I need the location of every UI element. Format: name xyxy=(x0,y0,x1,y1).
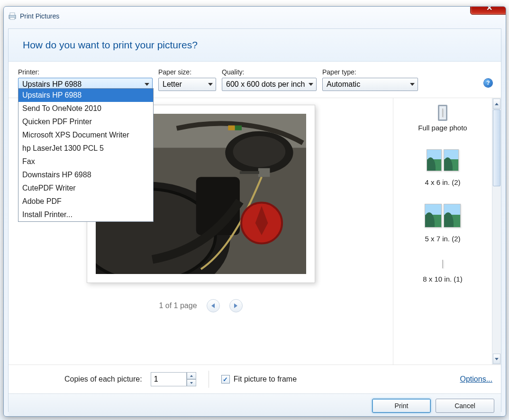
arrow-up-icon xyxy=(190,375,193,377)
scroll-down-button[interactable] xyxy=(493,354,500,364)
prev-page-button[interactable] xyxy=(207,299,220,312)
printer-option[interactable]: Adobe PDF xyxy=(18,195,153,208)
layout-panel: Full page photo 4 x 6 in. (2) 5 x 7 in. … xyxy=(393,98,492,365)
layout-label: 5 x 7 in. (2) xyxy=(395,235,490,243)
chevron-down-icon xyxy=(410,83,415,86)
layout-thumbnail-icon xyxy=(425,204,442,228)
scroll-thumb[interactable] xyxy=(493,110,500,186)
copies-spinner xyxy=(151,372,196,386)
chevron-down-icon xyxy=(309,83,313,86)
title-bar[interactable]: Print Pictures xyxy=(4,7,506,26)
arrow-right-icon xyxy=(234,303,237,308)
printer-option[interactable]: Downstairs HP 6988 xyxy=(18,168,153,182)
svg-rect-11 xyxy=(228,126,235,130)
layout-label: Full page photo xyxy=(395,124,490,132)
print-button-label: Print xyxy=(395,402,409,410)
printer-option[interactable]: CutePDF Writer xyxy=(18,182,153,195)
layout-thumbnail-icon xyxy=(427,149,442,171)
pager: 1 of 1 page xyxy=(159,299,242,312)
cancel-button-label: Cancel xyxy=(454,402,475,410)
print-button[interactable]: Print xyxy=(372,399,431,413)
window-title: Print Pictures xyxy=(20,12,59,20)
cancel-button[interactable]: Cancel xyxy=(436,399,494,413)
svg-rect-2 xyxy=(10,18,15,19)
bottom-bar: Copies of each picture: ✓ Fit picture to… xyxy=(9,365,501,393)
scroll-up-button[interactable] xyxy=(493,99,500,109)
svg-rect-1 xyxy=(10,13,15,15)
arrow-down-icon xyxy=(190,382,193,384)
layout-thumbnail-icon xyxy=(444,149,459,171)
svg-point-10 xyxy=(233,136,285,167)
controls-row: Printer: Upstairs HP 6988 Paper size: Le… xyxy=(9,62,501,98)
fit-label: Fit picture to frame xyxy=(234,375,297,383)
fit-checkbox[interactable]: ✓ xyxy=(221,375,230,383)
paper-type-combo[interactable]: Automatic xyxy=(322,78,418,91)
copies-increment-button[interactable] xyxy=(187,372,196,379)
chevron-down-icon xyxy=(145,83,149,86)
quality-combo[interactable]: 600 x 600 dots per inch xyxy=(222,78,317,91)
quality-label: Quality: xyxy=(222,68,317,76)
layout-full-page[interactable]: Full page photo xyxy=(395,105,490,132)
help-icon[interactable]: ? xyxy=(484,79,492,87)
svg-rect-15 xyxy=(258,168,270,177)
paper-type-label: Paper type: xyxy=(322,68,418,76)
layout-4x6[interactable]: 4 x 6 in. (2) xyxy=(395,145,490,186)
paper-size-combo[interactable]: Letter xyxy=(158,78,216,91)
layout-5x7[interactable]: 5 x 7 in. (2) xyxy=(395,200,490,243)
copies-label: Copies of each picture: xyxy=(64,375,142,383)
paper-size-value: Letter xyxy=(163,80,182,89)
printer-label: Printer: xyxy=(18,68,153,76)
printer-option[interactable]: Send To OneNote 2010 xyxy=(18,102,153,115)
printer-icon xyxy=(8,11,17,21)
printer-option[interactable]: Install Printer... xyxy=(18,208,153,221)
client-area: How do you want to print your pictures? … xyxy=(8,28,501,412)
arrow-up-icon xyxy=(495,103,499,105)
layout-thumbnail-icon xyxy=(444,204,461,228)
separator xyxy=(209,371,209,388)
printer-option[interactable]: hp LaserJet 1300 PCL 5 xyxy=(18,142,153,155)
page-heading: How do you want to print your pictures? xyxy=(23,39,487,51)
chevron-down-icon xyxy=(208,83,213,86)
layout-thumbnail-icon xyxy=(442,109,443,117)
pager-text: 1 of 1 page xyxy=(159,301,197,310)
printer-option[interactable]: Microsoft XPS Document Writer xyxy=(18,128,153,142)
arrow-down-icon xyxy=(495,358,499,360)
copies-input[interactable] xyxy=(151,372,187,386)
svg-rect-12 xyxy=(235,126,241,130)
layout-label: 4 x 6 in. (2) xyxy=(395,178,490,186)
check-icon: ✓ xyxy=(223,376,228,383)
layout-label: 8 x 10 in. (1) xyxy=(395,275,490,283)
options-link[interactable]: Options... xyxy=(460,375,492,383)
arrow-left-icon xyxy=(211,303,215,308)
quality-value: 600 x 600 dots per inch xyxy=(226,80,305,89)
printer-option[interactable]: Fax xyxy=(18,155,153,168)
heading-area: How do you want to print your pictures? xyxy=(9,29,501,62)
next-page-button[interactable] xyxy=(229,299,243,312)
layout-8x10[interactable]: 8 x 10 in. (1) xyxy=(395,256,490,283)
copies-decrement-button[interactable] xyxy=(187,379,196,386)
layout-scrollbar[interactable] xyxy=(492,98,501,365)
svg-rect-16 xyxy=(239,171,259,174)
printer-option[interactable]: Upstairs HP 6988 xyxy=(18,89,153,102)
printer-option[interactable]: Quicken PDF Printer xyxy=(18,115,153,128)
paper-type-value: Automatic xyxy=(327,80,360,89)
paper-size-label: Paper size: xyxy=(158,68,216,76)
print-pictures-window: ✕ Print Pictures How do you want to prin… xyxy=(3,6,506,417)
printer-combo-value: Upstairs HP 6988 xyxy=(22,80,82,89)
action-bar: Print Cancel xyxy=(9,393,501,417)
printer-dropdown[interactable]: Upstairs HP 6988Send To OneNote 2010Quic… xyxy=(18,88,154,222)
layout-thumbnail-icon xyxy=(442,260,443,268)
scroll-track[interactable] xyxy=(492,110,501,353)
